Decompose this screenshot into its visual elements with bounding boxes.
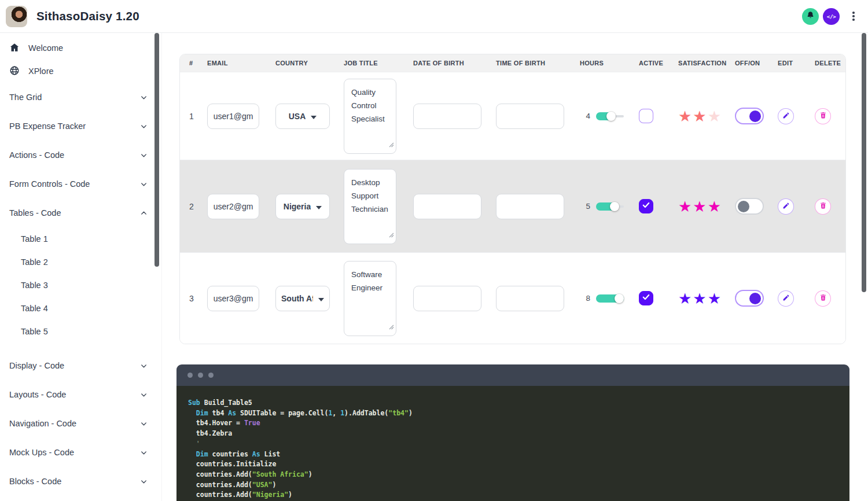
delete-button[interactable]: [815, 198, 831, 215]
edit-button[interactable]: [778, 198, 794, 215]
sidebar-item-actions-code[interactable]: Actions - Code: [0, 141, 161, 170]
active-checkbox[interactable]: [639, 291, 653, 305]
table-header-row: #EMAILCOUNTRYJOB TITLEDATE OF BIRTHTIME …: [180, 54, 845, 72]
star-icon[interactable]: ★: [693, 199, 707, 214]
star-icon[interactable]: ★: [678, 199, 693, 214]
sidebar-item-table-5[interactable]: Table 5: [0, 320, 161, 343]
chevron-down-icon: [140, 180, 148, 188]
email-input[interactable]: [207, 104, 259, 129]
sidebar-item-pb-expense-tracker[interactable]: PB Expense Tracker: [0, 112, 161, 141]
sidebar-item-blocks-code[interactable]: Blocks - Code: [0, 467, 161, 496]
code-token: ': [188, 440, 200, 448]
edit-button[interactable]: [778, 108, 794, 124]
slider-thumb[interactable]: [615, 294, 624, 303]
sidebar-item-xplore[interactable]: XPlore: [0, 60, 161, 83]
resize-grip-icon: [389, 229, 394, 242]
edit-cell: [770, 198, 807, 215]
code-window-header: [176, 364, 849, 386]
sidebar-item-the-grid[interactable]: The Grid: [0, 83, 161, 112]
star-icon[interactable]: ★: [693, 291, 707, 306]
sidebar-item-table-3[interactable]: Table 3: [0, 274, 161, 297]
code-token: "South Africa": [252, 470, 308, 478]
sidebar-item-welcome[interactable]: Welcome: [0, 36, 161, 60]
time-of-birth-input[interactable]: [496, 194, 564, 219]
country-select[interactable]: USA: [275, 104, 330, 129]
satisfaction-rating[interactable]: ★★★: [678, 199, 722, 214]
date-of-birth-input[interactable]: [413, 104, 481, 129]
chevron-down-icon: [140, 152, 148, 159]
kebab-menu-button[interactable]: [847, 8, 860, 25]
sidebar-scrollbar[interactable]: [155, 33, 159, 267]
active-checkbox[interactable]: [639, 109, 653, 123]
hours-slider[interactable]: [596, 293, 624, 304]
code-line: countries.Add("South Africa"): [188, 470, 844, 480]
time-of-birth-input[interactable]: [496, 104, 564, 129]
sidebar-item-mock-ups-code[interactable]: Mock Ups - Code: [0, 438, 161, 467]
sidebar: WelcomeXPloreThe GridPB Expense TrackerA…: [0, 33, 162, 501]
code-token: ): [272, 481, 276, 489]
pencil-icon: [782, 112, 790, 121]
star-icon[interactable]: ★: [708, 291, 722, 306]
code-token: [188, 450, 196, 458]
chevron-up-icon: [140, 209, 148, 217]
off-on-toggle[interactable]: [735, 198, 764, 215]
sidebar-item-table-1[interactable]: Table 1: [0, 227, 161, 250]
date-of-birth-input[interactable]: [413, 286, 481, 311]
satisfaction-rating[interactable]: ★★★: [678, 109, 722, 124]
star-icon[interactable]: ★: [678, 291, 693, 306]
star-icon[interactable]: ★: [708, 199, 722, 214]
app-title: SithasoDaisy 1.20: [36, 9, 139, 23]
country-select[interactable]: Nigeria: [275, 194, 330, 219]
satisfaction-rating[interactable]: ★★★: [678, 291, 722, 306]
notifications-button[interactable]: [802, 8, 819, 25]
delete-button[interactable]: [815, 108, 831, 124]
sidebar-item-form-controls-code[interactable]: Form Controls - Code: [0, 170, 161, 198]
code-line: tb4.Hover = True: [188, 418, 844, 429]
off-on-toggle[interactable]: [735, 108, 764, 124]
sidebar-item-label: Blocks - Code: [9, 477, 61, 486]
code-line: countries.Add("USA"): [188, 480, 844, 491]
job-title-textarea[interactable]: Quality Control Specialist: [344, 79, 396, 154]
date-of-birth-input[interactable]: [413, 194, 481, 219]
email-input[interactable]: [207, 286, 259, 311]
code-token: List: [260, 450, 281, 458]
email-input[interactable]: [207, 194, 259, 219]
main-scrollbar[interactable]: [862, 33, 866, 292]
star-icon[interactable]: ★: [708, 109, 722, 124]
caret-down-icon: [311, 112, 317, 121]
sidebar-item-table-4[interactable]: Table 4: [0, 297, 161, 320]
sidebar-item-display-code[interactable]: Display - Code: [0, 351, 161, 380]
sidebar-item-navigation-code[interactable]: Navigation - Code: [0, 409, 161, 438]
table-row: 2NigeriaDesktop Support Technician5★★★: [180, 160, 845, 252]
country-select[interactable]: South Africa: [275, 286, 330, 311]
sidebar-item-table-2[interactable]: Table 2: [0, 250, 161, 274]
row-number: 2: [180, 202, 200, 211]
delete-cell: [807, 108, 846, 124]
off-on-cell: [727, 290, 770, 307]
avatar[interactable]: [6, 6, 27, 27]
star-icon[interactable]: ★: [693, 109, 707, 124]
window-dot: [208, 373, 214, 378]
sidebar-item-layouts-code[interactable]: Layouts - Code: [0, 380, 161, 409]
code-button[interactable]: </>: [823, 8, 840, 25]
code-token: [188, 409, 196, 417]
sidebar-item-tables-code[interactable]: Tables - Code: [0, 198, 161, 227]
job-title-textarea[interactable]: Desktop Support Technician: [344, 169, 396, 244]
time-of-birth-input[interactable]: [496, 286, 564, 311]
sidebar-item-label: Layouts - Code: [9, 390, 66, 399]
caret-down-icon: [318, 294, 324, 303]
job-title-textarea[interactable]: Software Engineer: [344, 261, 396, 336]
delete-button[interactable]: [815, 290, 831, 307]
star-icon[interactable]: ★: [678, 109, 693, 124]
hours-value: 4: [585, 112, 590, 120]
slider-thumb[interactable]: [606, 112, 616, 121]
slider-thumb[interactable]: [610, 202, 619, 211]
edit-button[interactable]: [778, 290, 794, 307]
hours-slider[interactable]: [596, 111, 624, 121]
off-on-toggle[interactable]: [735, 290, 764, 307]
active-checkbox[interactable]: [639, 199, 653, 213]
hours-slider[interactable]: [596, 201, 624, 212]
caret-down-icon: [316, 202, 322, 211]
code-token: Dim: [196, 450, 208, 458]
off-on-cell: [727, 108, 770, 124]
